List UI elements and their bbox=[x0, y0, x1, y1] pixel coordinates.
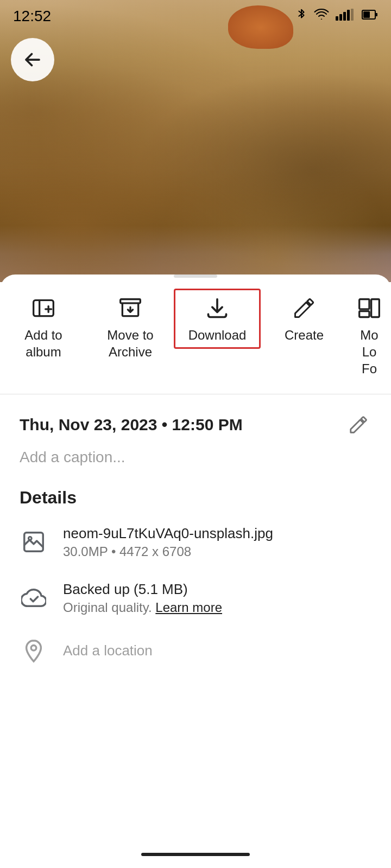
bottom-sheet: Add toalbum Move toArchive Download bbox=[0, 275, 391, 737]
more-icon bbox=[355, 294, 383, 322]
file-dimensions: 30.0MP • 4472 x 6708 bbox=[63, 544, 273, 559]
add-to-album-icon bbox=[29, 294, 58, 322]
backup-info-text: Backed up (5.1 MB) Original quality. Lea… bbox=[63, 581, 222, 615]
signal-icon bbox=[336, 9, 355, 24]
create-icon bbox=[290, 294, 318, 322]
more-button[interactable]: MoLoFo bbox=[348, 289, 391, 383]
svg-rect-1 bbox=[336, 16, 338, 21]
bluetooth-icon bbox=[295, 8, 307, 25]
svg-point-19 bbox=[31, 645, 36, 650]
status-bar: 12:52 bbox=[0, 0, 391, 33]
archive-icon bbox=[116, 294, 144, 322]
move-to-archive-button[interactable]: Move toArchive bbox=[87, 289, 174, 366]
file-info-text: neom-9uL7tKuVAq0-unsplash.jpg 30.0MP • 4… bbox=[63, 525, 273, 559]
location-icon bbox=[20, 637, 48, 665]
details-heading: Details bbox=[20, 488, 371, 508]
home-indicator bbox=[0, 841, 391, 868]
svg-rect-13 bbox=[121, 299, 141, 303]
status-icons bbox=[295, 8, 378, 25]
download-icon bbox=[203, 294, 231, 322]
wifi-icon bbox=[314, 9, 329, 24]
move-to-archive-label: Move toArchive bbox=[107, 327, 153, 360]
download-button[interactable]: Download bbox=[174, 289, 261, 349]
svg-rect-5 bbox=[351, 9, 354, 21]
location-text: Add a location bbox=[63, 642, 153, 659]
download-label: Download bbox=[188, 327, 247, 343]
back-button[interactable] bbox=[11, 38, 54, 81]
home-bar bbox=[141, 853, 250, 856]
caption-placeholder[interactable]: Add a caption... bbox=[20, 449, 371, 466]
file-name: neom-9uL7tKuVAq0-unsplash.jpg bbox=[63, 525, 273, 542]
add-to-album-label: Add toalbum bbox=[24, 327, 62, 360]
svg-rect-16 bbox=[371, 299, 380, 317]
create-button[interactable]: Create bbox=[261, 289, 348, 349]
learn-more-link[interactable]: Learn more bbox=[155, 600, 222, 615]
svg-rect-14 bbox=[360, 299, 369, 309]
svg-rect-15 bbox=[360, 311, 369, 317]
edit-date-button[interactable] bbox=[345, 412, 371, 438]
location-item[interactable]: Add a location bbox=[20, 637, 371, 665]
file-info-item: neom-9uL7tKuVAq0-unsplash.jpg 30.0MP • 4… bbox=[20, 525, 371, 559]
svg-rect-8 bbox=[363, 11, 370, 18]
status-time: 12:52 bbox=[13, 8, 51, 25]
svg-rect-2 bbox=[339, 14, 342, 21]
photo-date-row: Thu, Nov 23, 2023 • 12:50 PM bbox=[20, 412, 371, 438]
cloud-done-icon bbox=[20, 584, 48, 612]
action-bar: Add toalbum Move toArchive Download bbox=[0, 278, 391, 394]
backup-quality: Original quality. Learn more bbox=[63, 600, 222, 615]
create-label: Create bbox=[285, 327, 324, 343]
svg-rect-4 bbox=[347, 10, 350, 21]
backup-info-item: Backed up (5.1 MB) Original quality. Lea… bbox=[20, 581, 371, 615]
more-partial-label: MoLoFo bbox=[360, 327, 378, 378]
svg-rect-9 bbox=[34, 300, 54, 316]
content-area: Thu, Nov 23, 2023 • 12:50 PM Add a capti… bbox=[0, 394, 391, 704]
image-icon bbox=[20, 528, 48, 556]
photo-date: Thu, Nov 23, 2023 • 12:50 PM bbox=[20, 416, 243, 434]
add-location-label: Add a location bbox=[63, 642, 153, 659]
battery-icon bbox=[362, 9, 378, 24]
add-to-album-button[interactable]: Add toalbum bbox=[0, 289, 87, 366]
photo-area bbox=[0, 0, 391, 282]
svg-rect-3 bbox=[343, 12, 346, 21]
svg-rect-7 bbox=[375, 13, 377, 16]
backup-status: Backed up (5.1 MB) bbox=[63, 581, 222, 598]
